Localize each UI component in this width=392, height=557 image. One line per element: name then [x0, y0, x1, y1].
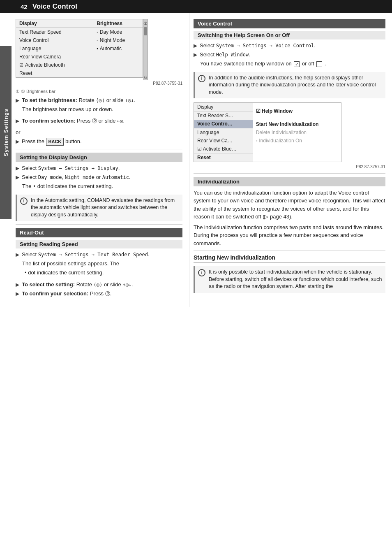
menu-row-voicecontrol: Voice Control ◦Night Mode [16, 36, 143, 44]
display-step-1: ▶ Select System → Settings → Display. [16, 165, 182, 172]
brightness-label: ① ① Brightness bar [16, 89, 182, 94]
reading-step-4: ▶ To confirm your selection: Press ⓟ. [16, 290, 182, 297]
arrow-icon-5: ▶ [16, 174, 19, 181]
divider-1 [16, 149, 182, 149]
col1-header: Display [16, 19, 93, 28]
page-header: 42 Voice Control [0, 0, 392, 13]
menu2-row-reset: Reset [194, 153, 341, 162]
arrow-icon-r1: ▶ [194, 42, 197, 49]
page-title: Voice Control [32, 2, 77, 11]
instr-brightness-result: The brightness bar moves up or down. [16, 106, 182, 113]
setting-display-header: Setting the Display Design [16, 153, 182, 162]
switching-header: Switching the Help Screen On or Off [194, 31, 385, 39]
arrow-icon-4: ▶ [16, 165, 19, 172]
reading-step-3: ▶ To select the setting: Rotate ⟨◎⟩ or s… [16, 281, 182, 288]
display-step-3: The • dot indicates the current setting. [16, 183, 182, 190]
switch-step-2: ▶ Select Help Window. [194, 51, 385, 58]
scroll-number-bottom: 6 [144, 75, 147, 80]
or-text: or [16, 129, 182, 135]
info-box-starting: i It is only possible to start individua… [194, 266, 385, 293]
info-icon-2: i [198, 75, 205, 82]
image-caption-1: P82.87-3755-31 [16, 81, 182, 86]
arrow-icon-3: ▶ [16, 138, 19, 145]
info-icon-3: i [198, 269, 205, 276]
arrow-icon-8: ▶ [16, 290, 19, 297]
col2-header: Brightness [93, 19, 143, 28]
display-menu: Display Brightness Text Reader Speed ◦Da… [16, 19, 143, 78]
arrow-icon-6: ▶ [16, 251, 19, 258]
left-column: Display Brightness Text Reader Speed ◦Da… [0, 13, 189, 307]
menu-screenshot-2-container: Display ☑ Help Window Text Reader S… Voi… [194, 102, 385, 169]
menu-row-rearview: Rear View Camera [16, 53, 143, 61]
back-button-label: BACK [46, 138, 64, 146]
divider-2 [16, 224, 182, 225]
confirm-instructions: ▶ To confirm selection: Press ⓟ or slide… [16, 117, 182, 125]
starting-header: Starting New Individualization [194, 254, 385, 263]
arrow-icon-r2: ▶ [194, 51, 197, 58]
sidebar-label: System Settings [0, 46, 12, 219]
individualization-text-1: You can use the individualization functi… [194, 189, 385, 221]
menu-screenshot-1: Display Brightness Text Reader Speed ◦Da… [16, 19, 182, 80]
arrow-icon-7: ▶ [16, 281, 19, 288]
image-caption-2: P82.87-3757-31 [194, 165, 385, 169]
divider-r2 [194, 251, 385, 251]
checkbox-off [316, 61, 322, 67]
readout-header: Read-Out [16, 228, 182, 237]
menu-row-language: Language •Automatic [16, 44, 143, 53]
scrollbar-thumb [144, 27, 147, 35]
arrow-icon-2: ▶ [16, 118, 19, 125]
reading-speed-select: ▶ To select the setting: Rotate ⟨◎⟩ or s… [16, 281, 182, 297]
page-number: 42 [21, 3, 28, 10]
reading-step-2b: • dot indicates the current setting. [16, 269, 182, 276]
individualization-text-2: The individualization function comprises… [194, 223, 385, 248]
individualization-header: Individualization [194, 177, 385, 186]
menu2-row-rearview: Rear View Ca… ◦ Individualization On [194, 137, 341, 145]
divider-r1 [194, 173, 385, 174]
switching-steps: ▶ Select System → Settings → Voice Contr… [194, 42, 385, 68]
instr-confirm-press: ▶ To confirm selection: Press ⓟ or slide… [16, 117, 182, 125]
display-design-steps: ▶ Select System → Settings → Display. ▶ … [16, 165, 182, 190]
info-box-helpscreen: i In addition to the audible instruction… [194, 72, 385, 99]
voice-control-header: Voice Control [194, 19, 385, 28]
reading-step-1: ▶ Select System → Settings → Text Reader… [16, 251, 182, 258]
switch-step-1: ▶ Select System → Settings → Voice Contr… [194, 42, 385, 49]
menu-header-row: Display Brightness [16, 19, 143, 28]
reading-speed-steps: ▶ Select System → Settings → Text Reader… [16, 251, 182, 277]
brightness-instructions: ▶ To set the brightness: Rotate ⟨◎⟩ or s… [16, 97, 182, 113]
menu-row-reset: Reset [16, 69, 143, 77]
scrollbar: ① 6 [143, 19, 148, 80]
info-icon-1: i [20, 197, 28, 205]
voice-control-menu: Display ☑ Help Window Text Reader S… Voi… [194, 102, 341, 162]
checkbox-on [294, 61, 300, 67]
main-content: System Settings Display Brightness Text … [0, 13, 392, 307]
instr-brightness-rotate: ▶ To set the brightness: Rotate ⟨◎⟩ or s… [16, 97, 182, 104]
menu2-row-language: Language Delete Individualization [194, 128, 341, 137]
right-column: Voice Control Switching the Help Screen … [189, 13, 392, 307]
switch-step-3: You have switched the help window on or … [194, 60, 385, 67]
menu2-row-bluetooth: ☑ Activate Blue… [194, 145, 341, 153]
menu2-row-display: Display ☑ Help Window [194, 103, 341, 111]
info-box-automatic: i In the Automatic setting, COMAND evalu… [16, 195, 182, 221]
menu-row-bluetooth: ☑Activate Bluetooth [16, 61, 143, 69]
menu2-row-voicecontrol: Voice Contro… Start New Individualizatio… [194, 120, 341, 128]
scroll-number-top: ① [143, 21, 148, 26]
press-back-line: ▶ Press the BACK button. [16, 138, 182, 146]
menu-row-textreader: Text Reader Speed ◦Day Mode [16, 28, 143, 37]
arrow-icon: ▶ [16, 97, 19, 104]
display-step-2: ▶ Select Day mode, Night mode or Automat… [16, 174, 182, 181]
reading-speed-header: Setting Reading Speed [16, 240, 182, 248]
reading-step-2: The list of possible settings appears. T… [16, 260, 182, 267]
